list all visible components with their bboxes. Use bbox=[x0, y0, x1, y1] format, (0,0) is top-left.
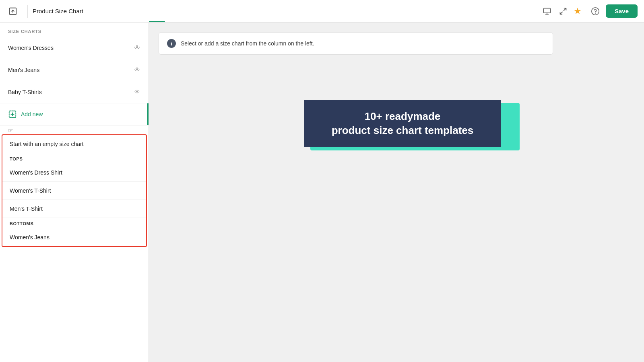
monitor-view-button[interactable] bbox=[540, 4, 554, 19]
page-title: Product Size Chart bbox=[33, 8, 540, 14]
info-icon: i bbox=[167, 39, 176, 48]
dropdown-category-tops: TOPS bbox=[2, 153, 146, 164]
main-content: i Select or add a size chart from the co… bbox=[149, 23, 644, 362]
dropdown-item-womens-jeans[interactable]: Women's Jeans bbox=[2, 228, 146, 246]
sidebar-section-label: SIZE CHARTS bbox=[0, 23, 149, 37]
dropdown-category-bottoms: BOTTOMS bbox=[2, 218, 146, 228]
add-new-dropdown: Start with an empty size chart TOPS Wome… bbox=[2, 134, 147, 247]
svg-point-3 bbox=[595, 13, 595, 13]
visibility-icon: 👁 bbox=[134, 88, 140, 96]
cursor-indicator: ☞ bbox=[0, 125, 149, 134]
dropdown-item-mens-tshirt[interactable]: Men's T-Shirt bbox=[2, 200, 146, 218]
info-text: Select or add a size chart from the colu… bbox=[181, 40, 314, 47]
main-layout: SIZE CHARTS Women's Dresses 👁 Men's Jean… bbox=[0, 23, 644, 362]
add-new-button[interactable]: Add new bbox=[0, 103, 149, 125]
header-right-actions: ★ Save bbox=[570, 4, 638, 19]
favorite-button[interactable]: ★ bbox=[570, 4, 585, 19]
header-view-icons bbox=[540, 4, 570, 19]
promo-banner-main: 10+ readymade product size chart templat… bbox=[304, 100, 501, 147]
dropdown-empty-chart[interactable]: Start with an empty size chart bbox=[2, 135, 146, 153]
add-new-label: Add new bbox=[21, 111, 43, 117]
help-button[interactable] bbox=[588, 4, 603, 19]
visibility-icon: 👁 bbox=[134, 66, 140, 74]
promo-line1: 10+ readymade bbox=[365, 110, 441, 122]
header-divider bbox=[27, 5, 28, 18]
visibility-icon: 👁 bbox=[134, 44, 140, 51]
save-button[interactable]: Save bbox=[606, 4, 638, 18]
sidebar-item-womens-dresses[interactable]: Women's Dresses 👁 bbox=[0, 37, 149, 59]
sidebar-item-label: Women's Dresses bbox=[8, 45, 54, 51]
add-new-icon bbox=[8, 110, 17, 119]
dropdown-item-womens-tshirt[interactable]: Women's T-Shirt bbox=[2, 182, 146, 200]
back-button[interactable] bbox=[6, 5, 19, 18]
header: Product Size Chart ★ Save bbox=[0, 0, 644, 23]
sidebar: SIZE CHARTS Women's Dresses 👁 Men's Jean… bbox=[0, 23, 149, 362]
info-bar: i Select or add a size chart from the co… bbox=[159, 32, 553, 55]
expand-view-button[interactable] bbox=[556, 4, 570, 19]
promo-line2: product size chart templates bbox=[332, 124, 474, 136]
star-icon: ★ bbox=[574, 6, 582, 16]
sidebar-item-label: Men's Jeans bbox=[8, 67, 39, 73]
sidebar-item-baby-tshirts[interactable]: Baby T-Shirts 👁 bbox=[0, 81, 149, 103]
promo-banner-text: 10+ readymade product size chart templat… bbox=[324, 109, 482, 138]
tab-underline bbox=[149, 21, 165, 22]
dropdown-item-womens-dress-shirt[interactable]: Women's Dress Shirt bbox=[2, 164, 146, 182]
sidebar-list: Women's Dresses 👁 Men's Jeans 👁 Baby T-S… bbox=[0, 37, 149, 362]
promo-banner: 10+ readymade product size chart templat… bbox=[304, 100, 513, 152]
sidebar-item-mens-jeans[interactable]: Men's Jeans 👁 bbox=[0, 59, 149, 81]
sidebar-item-label: Baby T-Shirts bbox=[8, 89, 42, 95]
svg-rect-1 bbox=[544, 8, 551, 13]
